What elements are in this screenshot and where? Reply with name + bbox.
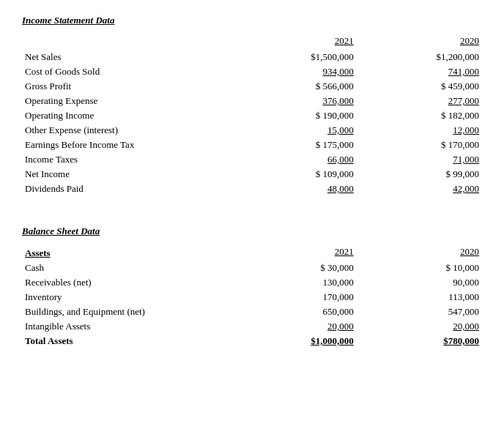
income-row-v2: 277,000 xyxy=(357,94,482,108)
balance-row-v2: $ 10,000 xyxy=(357,261,482,275)
balance-row: Receivables (net)130,00090,000 xyxy=(22,275,482,290)
balance-row-label: Intangible Assets xyxy=(22,319,231,334)
income-row-v2: $1,200,000 xyxy=(357,50,482,64)
income-row: Net Sales$1,500,000$1,200,000 xyxy=(22,50,482,64)
balance-row-v1: 650,000 xyxy=(231,305,356,319)
balance-row-v2: $780,000 xyxy=(357,334,482,348)
income-row-v1: 376,000 xyxy=(231,94,356,108)
income-row-label: Net Income xyxy=(22,167,231,182)
income-row-v2: 12,000 xyxy=(357,123,482,138)
income-row: Operating Income$ 190,000$ 182,000 xyxy=(22,108,482,123)
balance-sheet-table: Assets 2021 2020 Cash$ 30,000$ 10,000Rec… xyxy=(22,244,482,348)
balance-row: Intangible Assets20,00020,000 xyxy=(22,319,482,334)
income-row-v2: 71,000 xyxy=(357,152,482,167)
balance-row-v1: $ 30,000 xyxy=(231,261,356,275)
income-row-v1: $ 566,000 xyxy=(231,79,356,94)
balance-row: Inventory170,000113,000 xyxy=(22,290,482,305)
balance-year1-header: 2021 xyxy=(231,244,356,261)
income-row-v2: 42,000 xyxy=(357,182,482,196)
income-row-v2: $ 99,000 xyxy=(357,167,482,182)
income-row-v2: 741,000 xyxy=(357,64,482,79)
balance-row-label: Inventory xyxy=(22,290,231,305)
balance-row-v1: 20,000 xyxy=(231,319,356,334)
income-row: Income Taxes66,00071,000 xyxy=(22,152,482,167)
balance-row-v2: 547,000 xyxy=(357,305,482,319)
income-row: Gross Profit$ 566,000$ 459,000 xyxy=(22,79,482,94)
income-row-v1: $1,500,000 xyxy=(231,50,356,64)
income-row-v1: $ 190,000 xyxy=(231,108,356,123)
balance-row-v2: 20,000 xyxy=(357,319,482,334)
income-label-header xyxy=(22,34,231,50)
income-row: Dividends Paid48,00042,000 xyxy=(22,182,482,196)
balance-row-label: Total Assets xyxy=(22,334,231,348)
income-row: Earnings Before Income Tax$ 175,000$ 170… xyxy=(22,138,482,152)
income-row-label: Gross Profit xyxy=(22,79,231,94)
income-row-v1: 66,000 xyxy=(231,152,356,167)
income-row-v1: 934,000 xyxy=(231,64,356,79)
balance-row: Total Assets$1,000,000$780,000 xyxy=(22,334,482,348)
balance-row-label: Cash xyxy=(22,261,231,275)
balance-row-v1: $1,000,000 xyxy=(231,334,356,348)
income-row-label: Dividends Paid xyxy=(22,182,231,196)
income-year1-header: 2021 xyxy=(231,34,356,50)
income-row: Other Expense (interest)15,00012,000 xyxy=(22,123,482,138)
income-row: Operating Expense376,000277,000 xyxy=(22,94,482,108)
balance-row-v1: 130,000 xyxy=(231,275,356,290)
balance-row-v2: 90,000 xyxy=(357,275,482,290)
income-row-label: Net Sales xyxy=(22,50,231,64)
income-row: Cost of Goods Sold934,000741,000 xyxy=(22,64,482,79)
balance-row-label: Buildings, and Equipment (net) xyxy=(22,305,231,319)
income-row-label: Operating Income xyxy=(22,108,231,123)
balance-sheet-title: Balance Sheet Data xyxy=(22,225,482,237)
balance-year2-header: 2020 xyxy=(357,244,482,261)
assets-label: Assets xyxy=(25,247,51,258)
balance-row-v2: 113,000 xyxy=(357,290,482,305)
income-row-v1: $ 175,000 xyxy=(231,138,356,152)
income-row-v1: $ 109,000 xyxy=(231,167,356,182)
income-row-v2: $ 182,000 xyxy=(357,108,482,123)
balance-row-label: Receivables (net) xyxy=(22,275,231,290)
income-row-label: Earnings Before Income Tax xyxy=(22,138,231,152)
balance-row-v1: 170,000 xyxy=(231,290,356,305)
income-row-v1: 15,000 xyxy=(231,123,356,138)
income-row-v2: $ 170,000 xyxy=(357,138,482,152)
income-row: Net Income$ 109,000$ 99,000 xyxy=(22,167,482,182)
income-year2-header: 2020 xyxy=(357,34,482,50)
income-row-label: Operating Expense xyxy=(22,94,231,108)
balance-sheet-section: Balance Sheet Data Assets 2021 2020 Cash… xyxy=(22,225,482,348)
income-row-label: Income Taxes xyxy=(22,152,231,167)
income-statement-section: Income Statement Data 2021 2020 Net Sale… xyxy=(22,15,482,196)
income-row-v2: $ 459,000 xyxy=(357,79,482,94)
income-statement-title: Income Statement Data xyxy=(22,15,482,26)
balance-row: Cash$ 30,000$ 10,000 xyxy=(22,261,482,275)
income-row-v1: 48,000 xyxy=(231,182,356,196)
balance-row: Buildings, and Equipment (net)650,000547… xyxy=(22,305,482,319)
income-row-label: Cost of Goods Sold xyxy=(22,64,231,79)
income-statement-table: 2021 2020 Net Sales$1,500,000$1,200,000C… xyxy=(22,34,482,196)
income-row-label: Other Expense (interest) xyxy=(22,123,231,138)
